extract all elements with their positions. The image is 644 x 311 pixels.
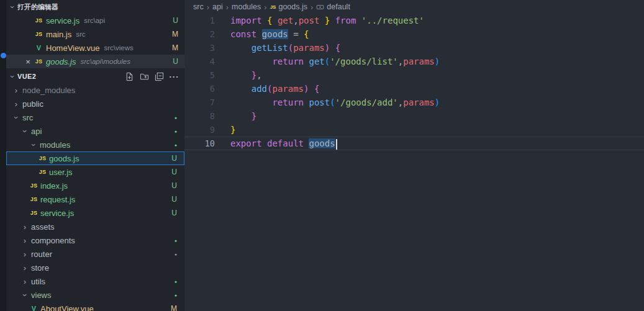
js-file-icon: JS	[34, 58, 44, 65]
git-changes-dot: ●	[175, 143, 177, 147]
breadcrumb-label: goods.js	[278, 2, 307, 11]
item-label: public	[22, 99, 43, 109]
line-number: 7	[184, 96, 215, 109]
code-text: return post('/goods/add',params)	[215, 96, 440, 109]
code-text: add(params) {	[215, 82, 319, 96]
code-line-2: 2const goods = {	[184, 27, 644, 41]
code-token: (	[288, 43, 293, 53]
editor-area[interactable]: src›api›modules›JSgoods.js›default 1impo…	[184, 0, 644, 311]
code-line-7: 7 return post('/goods/add',params)	[184, 96, 644, 109]
code-view[interactable]: 1import { get,post } from '../request'2c…	[184, 14, 644, 150]
breadcrumb: src›api›modules›JSgoods.js›default	[184, 0, 644, 14]
git-changes-dot: ●	[175, 252, 177, 256]
code-token: ,	[256, 70, 261, 80]
code-token: get	[278, 16, 293, 25]
code-token	[262, 138, 267, 148]
tree-item-goods.js[interactable]: JSgoods.jsU	[6, 151, 184, 165]
tree-item-public[interactable]: ›public	[6, 97, 184, 110]
git-changes-dot: ●	[175, 238, 177, 243]
row-decorations: ●	[175, 293, 177, 297]
item-label: api	[31, 127, 42, 136]
tree-item-src[interactable]: ›src●	[6, 110, 184, 124]
row-decorations: M	[171, 304, 177, 311]
explorer-section-header[interactable]: › VUE2 ···	[6, 70, 184, 83]
open-editor-item-service.js[interactable]: JSservice.jssrc\apiU	[6, 14, 184, 27]
tree-item-router[interactable]: ›router●	[6, 247, 184, 261]
code-token	[256, 29, 261, 39]
open-editors-title: 打开的编辑器	[17, 2, 58, 12]
row-decorations: U	[171, 181, 177, 190]
open-editors-section-header[interactable]: › 打开的编辑器	[6, 0, 184, 14]
tree-item-request.js[interactable]: JSrequest.jsU	[6, 192, 184, 206]
breadcrumb-item-api[interactable]: api	[212, 2, 223, 11]
tree-item-utils[interactable]: ›utils●	[6, 274, 184, 288]
git-changes-dot: ●	[175, 129, 177, 133]
breadcrumb-separator: ›	[264, 2, 266, 12]
close-icon[interactable]: ×	[22, 57, 34, 66]
new-file-icon[interactable]	[124, 71, 135, 82]
tree-item-node_modules[interactable]: ›node_modules	[6, 83, 184, 97]
js-file-icon: JS	[29, 183, 39, 189]
code-token: post	[299, 16, 320, 25]
tree-item-service.js[interactable]: JSservice.jsU	[6, 206, 184, 220]
code-line-9: 9}	[184, 123, 644, 137]
code-token: from	[335, 16, 356, 25]
code-line-1: 1import { get,post } from '../request'	[184, 14, 644, 27]
vue-file-icon: V	[29, 305, 39, 311]
line-number: 4	[184, 55, 215, 68]
row-decorations: ●	[175, 129, 177, 133]
more-actions-icon[interactable]: ···	[169, 71, 179, 82]
chevron-right-icon: ›	[11, 86, 21, 95]
breadcrumb-item-src[interactable]: src	[193, 2, 204, 11]
code-line-10: 10export default goods	[184, 137, 644, 150]
tree-item-index.js[interactable]: JSindex.jsU	[6, 179, 184, 192]
file-path: src\views	[104, 44, 168, 52]
code-token: (	[330, 97, 335, 107]
tree-item-modules[interactable]: ›modules●	[6, 138, 184, 151]
chevron-down-icon: ›	[20, 290, 30, 300]
chevron-down-icon: ›	[12, 112, 21, 122]
git-status-badge: U	[171, 168, 177, 176]
code-token	[330, 16, 335, 25]
activity-badge-dot	[1, 53, 6, 58]
tree-item-user.js[interactable]: JSuser.jsU	[6, 165, 184, 179]
git-status-badge: U	[173, 57, 178, 66]
git-changes-dot: ●	[175, 279, 177, 284]
code-token: {	[314, 84, 319, 94]
git-status-badge: M	[171, 304, 177, 311]
open-editors-list: JSservice.jssrc\apiUJSmain.jssrcMVHomeVi…	[6, 14, 184, 68]
explorer-sidebar: › 打开的编辑器 JSservice.jssrc\apiUJSmain.jssr…	[6, 0, 184, 311]
code-token	[230, 84, 252, 94]
code-token	[230, 111, 252, 121]
row-decorations: ●	[175, 238, 177, 243]
tree-item-assets[interactable]: ›assets	[6, 220, 184, 233]
tree-item-api[interactable]: ›api●	[6, 124, 184, 138]
open-editor-item-goods.js[interactable]: ×JSgoods.jssrc\api\modulesU	[6, 55, 184, 68]
code-token: default	[267, 138, 304, 148]
breadcrumb-item-goods.js[interactable]: JSgoods.js	[270, 2, 307, 11]
code-token: ,	[398, 56, 403, 66]
tree-item-views[interactable]: ›views●	[6, 288, 184, 302]
tree-item-store[interactable]: ›store	[6, 261, 184, 274]
item-label: index.js	[40, 181, 68, 191]
code-line-8: 8 }	[184, 109, 644, 123]
open-editor-item-main.js[interactable]: JSmain.jssrcM	[6, 27, 184, 41]
code-token: (	[325, 56, 330, 66]
code-token: =	[288, 29, 304, 39]
git-status-badge: U	[171, 195, 177, 204]
js-file-icon: JS	[37, 155, 48, 161]
code-token: ,	[398, 97, 403, 107]
code-text: }	[215, 123, 235, 137]
item-label: router	[31, 250, 52, 259]
file-name: HomeView.vue	[46, 43, 99, 53]
code-token: post	[309, 97, 330, 107]
breadcrumb-item-default[interactable]: default	[316, 2, 350, 11]
tree-item-components[interactable]: ›components●	[6, 233, 184, 247]
collapse-all-icon[interactable]	[154, 71, 165, 82]
item-label: components	[31, 236, 75, 245]
breadcrumb-item-modules[interactable]: modules	[232, 2, 261, 11]
code-line-4: 4 return get('/goods/list',params)	[184, 55, 644, 68]
new-folder-icon[interactable]	[139, 71, 150, 82]
open-editor-item-HomeView.vue[interactable]: VHomeView.vuesrc\viewsM	[6, 41, 184, 55]
tree-item-AboutView.vue[interactable]: VAboutView.vueM	[6, 302, 184, 311]
